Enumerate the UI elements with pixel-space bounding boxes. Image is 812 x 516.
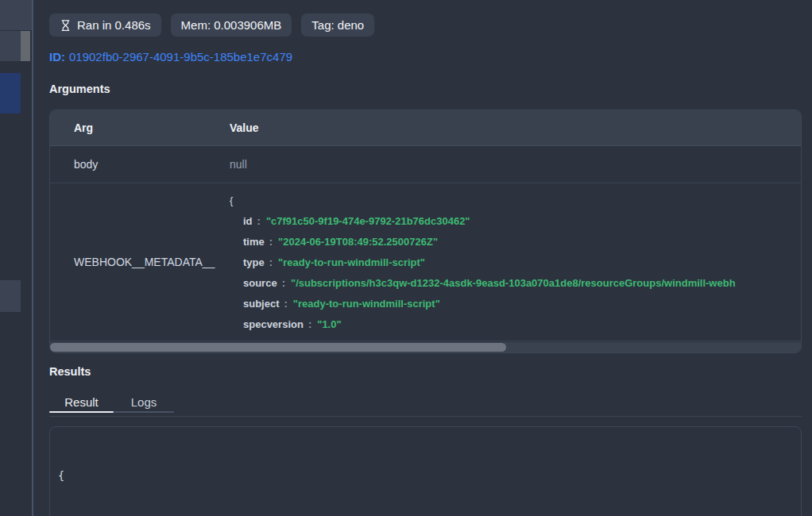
table-row-metadata: WEBHOOK__METADATA__ { id:"c7f91c50-9f19-… [50, 183, 801, 341]
runtime-badge: Ran in 0.486s [49, 13, 161, 37]
job-id-line: ID:01902fb0-2967-4091-9b5c-185be1e7c479 [49, 50, 292, 64]
result-json-panel[interactable]: { "str": "default arg", "union": "Hello … [49, 426, 802, 516]
result-json-code: { "str": "default arg", "union": "Hello … [58, 436, 793, 516]
run-stats-badges: Ran in 0.486s Mem: 0.003906MB Tag: deno [49, 13, 374, 37]
sidebar-scrollbar-thumb[interactable] [21, 31, 30, 61]
arg-column-header: Arg [50, 121, 230, 134]
arg-name: WEBHOOK__METADATA__ [50, 183, 230, 341]
results-heading: Results [49, 365, 91, 378]
json-line: id:"c7f91c50-9f19-474e-9792-21b76dc30462… [230, 211, 801, 232]
tab-logs[interactable]: Logs [114, 391, 174, 413]
left-sidebar [0, 0, 32, 516]
horizontal-scrollbar-track[interactable] [50, 342, 801, 352]
tag-badge-label: Tag: deno [311, 18, 364, 32]
metadata-json-viewer[interactable]: { id:"c7f91c50-9f19-474e-9792-21b76dc304… [230, 183, 801, 341]
tag-badge: Tag: deno [301, 13, 374, 37]
code-open-brace: { [58, 468, 793, 483]
runtime-badge-label: Ran in 0.486s [77, 18, 151, 32]
arg-value-null: null [230, 158, 801, 171]
json-line: type:"ready-to-run-windmill-script" [230, 252, 801, 273]
value-column-header: Value [230, 121, 801, 134]
json-line: specversion:"1.0" [230, 314, 801, 335]
arg-name: body [50, 158, 230, 171]
sidebar-list-item[interactable] [0, 280, 21, 312]
job-id-label: ID: [49, 50, 65, 64]
arguments-table: Arg Value body null WEBHOOK__METADATA__ … [49, 110, 802, 353]
memory-badge: Mem: 0.003906MB [171, 13, 292, 37]
hourglass-icon [60, 19, 72, 32]
tabbar-divider [49, 416, 802, 417]
arguments-table-header: Arg Value [50, 110, 801, 146]
results-tabbar: Result Logs [49, 391, 802, 417]
arguments-heading: Arguments [49, 83, 110, 95]
memory-badge-label: Mem: 0.003906MB [181, 18, 282, 32]
active-tab-underline [49, 411, 114, 413]
json-line: time:"2024-06-19T08:49:52.2500726Z" [230, 232, 801, 252]
json-open-brace: { [230, 191, 801, 211]
sidebar-list-item[interactable] [0, 31, 21, 61]
job-id-value[interactable]: 01902fb0-2967-4091-9b5c-185be1e7c479 [69, 50, 292, 64]
tab-result[interactable]: Result [49, 391, 114, 413]
sidebar-divider [32, 0, 33, 516]
horizontal-scrollbar-thumb[interactable] [50, 343, 506, 352]
sidebar-panel-header [0, 0, 32, 30]
inactive-tab-underline [114, 411, 174, 413]
json-line: source:"/subscriptions/h3c3qw-d1232-4asd… [230, 273, 801, 294]
json-line: subject:"ready-to-run-windmill-script" [230, 294, 801, 314]
table-row-body: body null [50, 146, 801, 183]
sidebar-selected-item[interactable] [0, 73, 21, 114]
